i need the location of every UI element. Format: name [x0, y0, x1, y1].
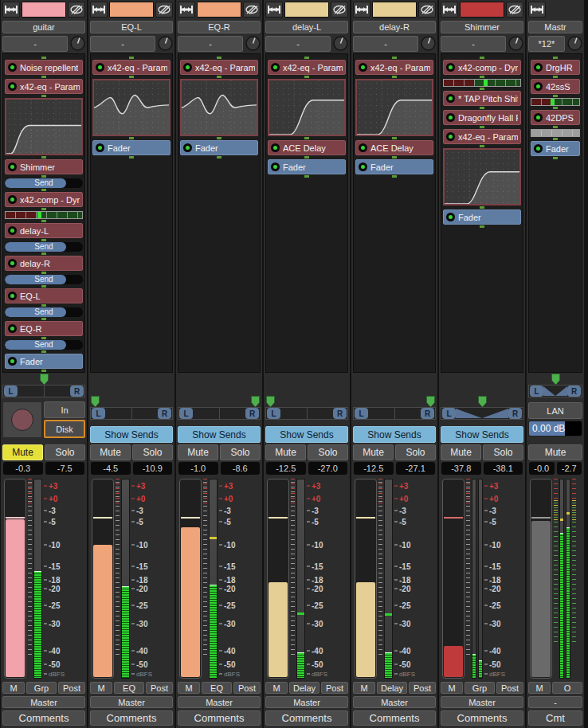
processor-active-led[interactable]: [8, 292, 17, 300]
trim-knob[interactable]: [508, 36, 523, 51]
processor-active-led[interactable]: [8, 259, 17, 268]
gain-readout[interactable]: -0.3: [3, 462, 43, 475]
gain-readout[interactable]: -37.8: [441, 462, 481, 475]
width-resize-button[interactable]: [353, 2, 370, 18]
gain-fader[interactable]: [442, 479, 465, 679]
peak-readout[interactable]: -8.6: [221, 462, 261, 475]
processor-box[interactable]: x42-eq - ParametricACE DelayFader: [353, 53, 436, 373]
meter-point-button-post[interactable]: Post: [146, 682, 173, 694]
pan-position-marker[interactable]: [91, 396, 100, 407]
trim-select-button[interactable]: -: [178, 36, 243, 52]
pan-position-marker[interactable]: [478, 396, 487, 407]
pan-right-button[interactable]: R: [333, 408, 347, 419]
mute-button[interactable]: Mute: [178, 444, 218, 460]
output-button[interactable]: LAN: [528, 402, 582, 419]
meter-point-button-m[interactable]: M: [178, 682, 200, 694]
gain-fader[interactable]: [92, 479, 114, 679]
peak-readout[interactable]: -7.5: [45, 462, 85, 475]
meter-point-button-o[interactable]: O: [552, 682, 582, 694]
processor-box[interactable]: Noise repellentx42-eq - ParametricShimme…: [2, 53, 85, 373]
plugin-processor-entry[interactable]: x42-comp - Dynami: [5, 192, 83, 207]
pan-left-button[interactable]: L: [442, 408, 456, 419]
processor-active-led[interactable]: [359, 63, 367, 72]
processor-active-led[interactable]: [446, 94, 455, 103]
pan-left-button[interactable]: L: [179, 408, 193, 419]
processor-box[interactable]: x42-eq - ParametricFader: [90, 53, 173, 373]
gain-readout[interactable]: -12.5: [266, 462, 306, 475]
track-color-swatch[interactable]: [284, 2, 329, 18]
meter-point-button-grp[interactable]: Grp: [465, 682, 495, 694]
plugin-processor-entry[interactable]: x42-eq - Parametric: [443, 129, 521, 144]
processor-box[interactable]: x42-comp - Dynami* TAP Pitch ShifterDrag…: [441, 53, 523, 373]
processor-active-led[interactable]: [359, 143, 367, 152]
processor-active-led[interactable]: [8, 226, 17, 235]
meter-point-button-m[interactable]: M: [441, 682, 463, 694]
peak-readout[interactable]: -38.1: [484, 462, 523, 475]
fader-processor-entry[interactable]: Fader: [443, 209, 521, 225]
processor-active-led[interactable]: [8, 63, 17, 72]
pan-widget[interactable]: LR: [353, 395, 436, 421]
plugin-processor-entry[interactable]: x42-eq - Parametric: [92, 60, 171, 75]
show-sends-button[interactable]: Show Sends: [178, 426, 261, 443]
plugin-processor-entry[interactable]: DrgHR: [531, 60, 580, 75]
pan-left-button[interactable]: L: [267, 408, 280, 419]
trim-select-button[interactable]: -: [353, 36, 418, 52]
plugin-processor-entry[interactable]: delay-R: [5, 256, 83, 271]
processor-active-led[interactable]: [359, 162, 367, 171]
processor-active-led[interactable]: [8, 82, 17, 91]
plugin-processor-entry[interactable]: EQ-R: [5, 321, 83, 336]
show-sends-button[interactable]: Show Sends: [353, 426, 436, 443]
pan-position-marker[interactable]: [251, 396, 260, 407]
meter-point-button-delay[interactable]: Delay: [377, 682, 407, 694]
comments-button[interactable]: Cmt: [528, 710, 582, 726]
processor-active-led[interactable]: [446, 63, 455, 72]
peak-readout[interactable]: -2.7: [557, 462, 582, 475]
width-resize-button[interactable]: [90, 2, 108, 18]
hide-strip-button[interactable]: [506, 2, 523, 18]
gain-fader[interactable]: [267, 479, 289, 679]
plugin-processor-entry[interactable]: 42ssS: [531, 79, 580, 94]
track-color-swatch[interactable]: [109, 2, 154, 18]
output-routing-button[interactable]: -: [528, 696, 582, 708]
track-name-button[interactable]: EQ-R: [178, 21, 261, 33]
plugin-processor-entry[interactable]: delay-L: [5, 223, 83, 238]
processor-active-led[interactable]: [534, 144, 543, 153]
comments-button[interactable]: Comments: [353, 710, 436, 726]
eq-curve-display[interactable]: [5, 98, 83, 155]
width-resize-button[interactable]: [265, 2, 283, 18]
plugin-processor-entry[interactable]: x42-eq - Parametric: [5, 79, 83, 94]
solo-button[interactable]: Solo: [45, 444, 85, 460]
eq-curve-display[interactable]: [180, 79, 258, 136]
disk-monitor-button[interactable]: Disk: [44, 420, 85, 438]
solo-button[interactable]: Solo: [395, 444, 436, 460]
trim-knob[interactable]: [567, 36, 582, 51]
record-arm-button[interactable]: [2, 401, 42, 438]
mute-button[interactable]: Mute: [2, 444, 43, 460]
pan-right-button[interactable]: R: [421, 408, 434, 419]
fader-processor-entry[interactable]: Fader: [92, 140, 171, 155]
track-color-swatch[interactable]: [197, 2, 241, 18]
gain-readout[interactable]: -4.5: [91, 462, 131, 475]
send-level-slider[interactable]: Send: [5, 340, 83, 350]
pan-bar[interactable]: LR: [178, 407, 261, 420]
trim-select-button[interactable]: *12*: [528, 36, 565, 52]
output-routing-button[interactable]: Master: [353, 696, 436, 708]
output-routing-button[interactable]: Master: [265, 696, 348, 708]
comments-button[interactable]: Comments: [265, 710, 348, 726]
meter-point-button-m[interactable]: M: [2, 682, 25, 694]
comments-button[interactable]: Comments: [441, 710, 523, 726]
processor-active-led[interactable]: [8, 195, 17, 204]
plugin-processor-entry[interactable]: ACE Delay: [355, 140, 433, 155]
meter-point-button-m[interactable]: M: [90, 682, 112, 694]
meter-point-button-eq[interactable]: EQ: [202, 682, 232, 694]
hide-strip-button[interactable]: [155, 2, 173, 18]
plugin-processor-entry[interactable]: Dragonfly Hall Rev: [443, 110, 521, 125]
output-routing-button[interactable]: Master: [441, 696, 523, 708]
trim-select-button[interactable]: -: [2, 36, 68, 52]
width-resize-button[interactable]: [178, 2, 195, 18]
gain-fader[interactable]: [4, 479, 26, 679]
pan-left-button[interactable]: L: [4, 386, 18, 397]
trim-knob[interactable]: [421, 36, 436, 51]
processor-active-led[interactable]: [96, 143, 104, 152]
trim-knob[interactable]: [245, 36, 261, 51]
